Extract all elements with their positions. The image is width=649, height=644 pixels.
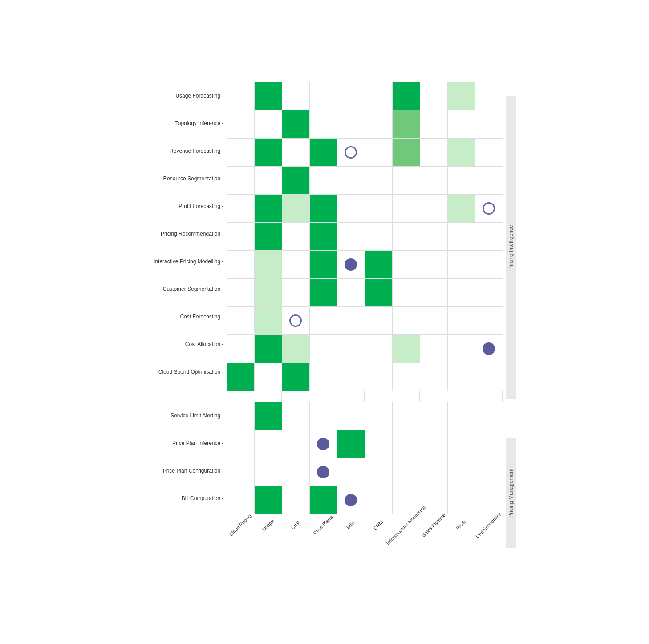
gap-cell [254, 391, 282, 402]
grid-cell [310, 486, 337, 514]
grid-cell [393, 110, 420, 138]
grid-cell [393, 139, 420, 166]
grid-cell [365, 458, 393, 486]
dot-filled-icon [317, 438, 329, 450]
col-labels-row: Cloud PricingUsageCostPrice PlansBillsCR… [133, 518, 503, 562]
grid-row [227, 335, 503, 363]
grid-cell [255, 458, 282, 486]
chart-container: Usage Forecasting -Topology Inference -R… [133, 82, 516, 562]
grid-cell [393, 486, 420, 514]
dot-filled-icon [317, 466, 329, 478]
grid-cell [227, 486, 255, 514]
grid-cell [282, 279, 310, 306]
grid-row [227, 402, 503, 430]
grid-cell [393, 458, 420, 486]
grid-cell [255, 251, 282, 278]
grid-cell [255, 223, 282, 250]
col-label: Bills [345, 520, 356, 530]
grid-cell [365, 279, 393, 306]
row-label: Topology Inference - [133, 110, 227, 137]
gap-cell [337, 391, 365, 402]
grid-cell [475, 486, 503, 514]
grid-cell [227, 402, 255, 430]
grid-cell [227, 430, 255, 458]
grid-area: Usage Forecasting -Topology Inference -R… [133, 82, 516, 562]
col-label: CRM [372, 519, 384, 530]
grid-cell [365, 167, 393, 194]
row-label: Cost Forecasting - [133, 303, 227, 330]
grid-cell [255, 307, 282, 334]
dot-outline-icon [483, 202, 495, 215]
grid-cell [227, 110, 255, 138]
grid-cell [337, 430, 365, 458]
grid-cell [337, 110, 365, 138]
grid-cell [310, 167, 337, 194]
grid-cell [420, 279, 448, 306]
dot-filled-icon [345, 258, 357, 271]
grid-cell [393, 167, 420, 194]
row-label: Bill Computation - [133, 485, 227, 512]
grid-cell [310, 279, 337, 306]
grid-cell [365, 307, 393, 334]
grid-cell [337, 251, 365, 278]
col-label-wrapper: Cloud Pricing [227, 518, 254, 562]
grid-cell [393, 279, 420, 306]
grid-cell [393, 195, 420, 222]
grid-cell [475, 307, 503, 334]
grid-cell [420, 458, 448, 486]
grid-cell [310, 363, 337, 391]
grid-cell [475, 458, 503, 486]
col-labels: Cloud PricingUsageCostPrice PlansBillsCR… [227, 518, 503, 562]
grid-cell [365, 110, 393, 138]
grid-cell [475, 167, 503, 194]
col-label-wrapper: Profit [447, 518, 475, 562]
grid-row [227, 363, 503, 391]
grid-cell [310, 195, 337, 222]
grid-cell [282, 430, 310, 458]
grid-cell [227, 195, 255, 222]
grid-cell [420, 167, 448, 194]
row-label: Customer Segmentation - [133, 275, 227, 303]
row-label: Cost Allocation - [133, 330, 227, 358]
grid-row [227, 139, 503, 167]
grid-cell [255, 139, 282, 166]
grid-cell [448, 167, 475, 194]
col-label: Price Plans [312, 514, 334, 536]
grid-cell [475, 402, 503, 430]
grid-cell [310, 458, 337, 486]
pi-grid [227, 82, 503, 391]
grid-cell [337, 307, 365, 334]
grid-cell [310, 139, 337, 166]
gap-cell [309, 391, 337, 402]
col-label: Unit Economics [475, 511, 503, 539]
grid-cell [282, 251, 310, 278]
grid-cell [420, 223, 448, 250]
grid-cell [255, 195, 282, 222]
grid-cell [393, 223, 420, 250]
grid-cell [448, 402, 475, 430]
grid-cell [282, 307, 310, 334]
pm-row-labels: Service Limit Alerting -Price Plan Infer… [133, 402, 227, 514]
row-label: Usage Forecasting - [133, 82, 227, 110]
grid-cell [337, 335, 365, 363]
grid-cell [365, 402, 393, 430]
grid-row [227, 430, 503, 458]
grid-cell [448, 223, 475, 250]
section-gap [133, 391, 503, 402]
grid-cell [255, 82, 282, 110]
grid-row [227, 167, 503, 195]
grid-cell [310, 82, 337, 110]
grid-cell [448, 430, 475, 458]
grid-cell [227, 167, 255, 194]
row-label: Interactive Pricing Modelling - [133, 248, 227, 275]
row-label: Price Plan Configuration - [133, 457, 227, 485]
grid-row [227, 110, 503, 139]
grid-cell [393, 307, 420, 334]
grid-cell [282, 167, 310, 194]
grid-cell [420, 82, 448, 110]
grid-cell [365, 251, 393, 278]
grid-cell [227, 223, 255, 250]
grid-cell [337, 486, 365, 514]
grid-cell [255, 167, 282, 194]
col-label-wrapper: Cost [282, 518, 309, 562]
